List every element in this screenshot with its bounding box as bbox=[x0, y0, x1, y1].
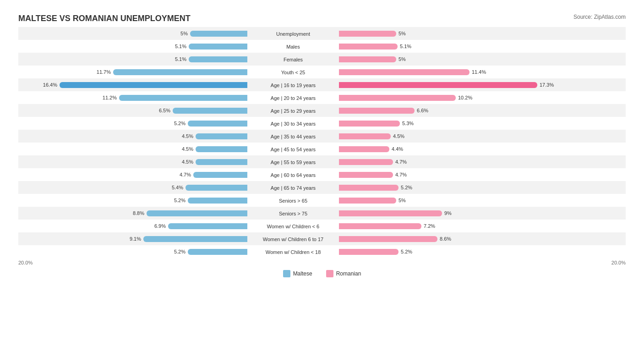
legend: Maltese Romanian bbox=[18, 270, 626, 277]
chart-title: MALTESE VS ROMANIAN UNEMPLOYMENT bbox=[18, 14, 191, 23]
bar-row: 4.5% Age | 55 to 59 years 4.7% bbox=[18, 155, 626, 168]
bar-row: 5.2% Age | 30 to 34 years 5.3% bbox=[18, 117, 626, 130]
value-right-romanian: 10.2% bbox=[458, 95, 475, 100]
bar-row: 5.1% Females 5% bbox=[18, 53, 626, 66]
value-right-romanian: 9% bbox=[444, 210, 462, 216]
legend-maltese: Maltese bbox=[283, 270, 312, 277]
bar-row: 4.5% Age | 35 to 44 years 4.5% bbox=[18, 130, 626, 143]
chart-area: 5% Unemployment 5% 5.1% bbox=[18, 27, 626, 258]
axis-labels: 20.0% 20.0% bbox=[18, 260, 626, 265]
value-left-maltese: 5.2% bbox=[168, 249, 186, 254]
center-label: Women w/ Children < 6 bbox=[247, 222, 339, 230]
center-label: Age | 60 to 64 years bbox=[247, 171, 339, 179]
value-right-romanian: 4.5% bbox=[393, 133, 410, 139]
bar-row: 8.8% Seniors > 75 9% bbox=[18, 207, 626, 220]
value-right-romanian: 5% bbox=[398, 31, 416, 36]
center-label: Women w/ Children 6 to 17 bbox=[247, 235, 339, 243]
bar-row: 5.2% Women w/ Children < 18 5.2% bbox=[18, 245, 626, 258]
bar-row: 6.9% Women w/ Children < 6 7.2% bbox=[18, 220, 626, 232]
center-label: Age | 30 to 34 years bbox=[247, 119, 339, 127]
axis-label-right: 20.0% bbox=[611, 260, 626, 265]
value-left-maltese: 4.5% bbox=[176, 133, 193, 139]
value-left-maltese: 4.5% bbox=[176, 159, 193, 165]
center-label: Age | 55 to 59 years bbox=[247, 158, 339, 166]
value-left-maltese: 5.2% bbox=[168, 198, 186, 203]
bar-row: 11.7% Youth < 25 11.4% bbox=[18, 66, 626, 78]
legend-label-maltese: Maltese bbox=[293, 270, 312, 277]
value-left-maltese: 5.1% bbox=[169, 56, 186, 62]
value-left-maltese: 11.2% bbox=[99, 95, 117, 100]
value-left-maltese: 5.4% bbox=[166, 185, 183, 190]
value-right-romanian: 5% bbox=[398, 198, 416, 203]
bar-row: 4.7% Age | 60 to 64 years 4.7% bbox=[18, 168, 626, 181]
value-left-maltese: 5.1% bbox=[169, 44, 186, 49]
value-left-maltese: 5.2% bbox=[168, 121, 186, 126]
axis-label-left: 20.0% bbox=[18, 260, 33, 265]
value-left-maltese: 4.5% bbox=[176, 146, 193, 152]
value-left-maltese: 16.4% bbox=[40, 82, 57, 88]
value-right-romanian: 5.2% bbox=[401, 185, 418, 190]
value-right-romanian: 5.3% bbox=[402, 121, 420, 126]
bar-row: 16.4% Age | 16 to 19 years 17.3% bbox=[18, 78, 626, 91]
bar-row: 11.2% Age | 20 to 24 years 10.2% bbox=[18, 91, 626, 104]
center-label: Age | 65 to 74 years bbox=[247, 183, 339, 192]
value-right-romanian: 7.2% bbox=[424, 223, 441, 229]
value-left-maltese: 6.9% bbox=[148, 223, 166, 229]
value-right-romanian: 6.6% bbox=[417, 108, 434, 113]
bar-row: 5.1% Males 5.1% bbox=[18, 40, 626, 53]
legend-box-maltese bbox=[283, 270, 290, 277]
center-label: Women w/ Children < 18 bbox=[247, 248, 339, 256]
legend-box-romanian bbox=[326, 270, 333, 277]
bar-row: 4.5% Age | 45 to 54 years 4.4% bbox=[18, 143, 626, 155]
bar-row: 9.1% Women w/ Children 6 to 17 8.6% bbox=[18, 232, 626, 245]
value-left-maltese: 4.7% bbox=[174, 172, 191, 177]
center-label: Age | 16 to 19 years bbox=[247, 81, 339, 89]
value-left-maltese: 11.7% bbox=[93, 69, 111, 75]
value-left-maltese: 8.8% bbox=[127, 210, 144, 216]
value-left-maltese: 6.5% bbox=[153, 108, 170, 113]
value-right-romanian: 8.6% bbox=[440, 236, 457, 242]
center-label: Seniors > 65 bbox=[247, 196, 339, 204]
legend-romanian: Romanian bbox=[326, 270, 361, 277]
center-label: Unemployment bbox=[247, 29, 339, 38]
center-label: Females bbox=[247, 55, 339, 63]
value-right-romanian: 4.7% bbox=[395, 159, 413, 165]
center-label: Age | 25 to 29 years bbox=[247, 106, 339, 115]
chart-container: MALTESE VS ROMANIAN UNEMPLOYMENT Source:… bbox=[9, 9, 635, 286]
value-right-romanian: 5% bbox=[398, 56, 416, 62]
value-right-romanian: 11.4% bbox=[472, 69, 489, 75]
value-left-maltese: 5% bbox=[170, 31, 188, 36]
center-label: Age | 20 to 24 years bbox=[247, 94, 339, 102]
value-left-maltese: 9.1% bbox=[124, 236, 141, 242]
bar-row: 5.2% Seniors > 65 5% bbox=[18, 194, 626, 207]
chart-source: Source: ZipAtlas.com bbox=[573, 14, 626, 20]
bar-row: 6.5% Age | 25 to 29 years 6.6% bbox=[18, 104, 626, 117]
center-label: Age | 45 to 54 years bbox=[247, 145, 339, 153]
value-right-romanian: 5.2% bbox=[401, 249, 418, 254]
bar-row: 5% Unemployment 5% bbox=[18, 27, 626, 40]
value-right-romanian: 4.4% bbox=[392, 146, 409, 152]
center-label: Age | 35 to 44 years bbox=[247, 132, 339, 140]
bar-row: 5.4% Age | 65 to 74 years 5.2% bbox=[18, 181, 626, 194]
value-right-romanian: 4.7% bbox=[395, 172, 413, 177]
value-right-romanian: 17.3% bbox=[540, 82, 557, 88]
center-label: Seniors > 75 bbox=[247, 209, 339, 217]
chart-header: MALTESE VS ROMANIAN UNEMPLOYMENT Source:… bbox=[18, 14, 626, 23]
center-label: Youth < 25 bbox=[247, 68, 339, 76]
legend-label-romanian: Romanian bbox=[336, 270, 361, 277]
value-right-romanian: 5.1% bbox=[400, 44, 417, 49]
center-label: Males bbox=[247, 42, 339, 50]
